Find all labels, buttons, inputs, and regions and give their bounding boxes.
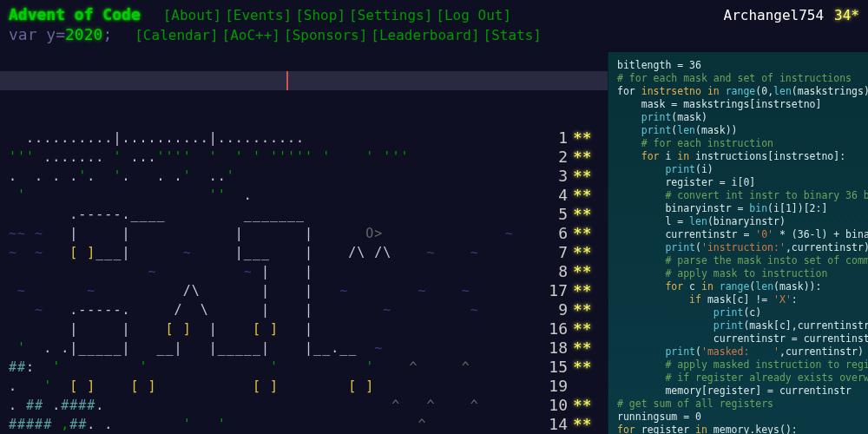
ascii-art: . ' [ ] [ ] [ ] [ ] [9,377,542,396]
code-line: mask = maskstrings[instrsetno] [617,98,863,111]
calendar-day-5[interactable]: .-----.____ _______ 5** [9,205,608,224]
day-number: 16 [542,319,568,339]
code-line: bitlength = 36 [617,59,863,72]
day-number: 9 [542,300,568,319]
ascii-art: . ## .####. ^ ^ ^ [9,396,542,415]
star-count: 34* [834,7,859,23]
cursor-marker [286,71,288,90]
ascii-art: ~ ~ /\ | | ~ ~ ~ [9,281,542,300]
calendar-day-17[interactable]: ~ ~ /\ | | ~ ~ ~ 17** [9,281,608,300]
code-line: print('instruction:',currentinstr) [617,241,863,254]
year-subtitle: var y=2020; [9,25,112,43]
ascii-art: ##: ' ' ' ' ^ ^ [9,358,542,377]
day-number: 2 [542,148,568,167]
nav-link-aoc[interactable]: [AoC++] [222,27,280,43]
day-number: 1 [542,128,568,148]
code-line: for instrsetno in range(0,len(maskstring… [617,85,863,98]
day-stars: ** [573,358,597,377]
code-line: memory[register] = currentinstr [617,385,863,398]
calendar: ..........|..........|.......... 1**''' … [0,52,608,434]
calendar-day-16[interactable]: | | [ ] | [ ] | 16** [9,319,608,339]
day-stars: ** [573,396,597,415]
main: ..........|..........|.......... 1**''' … [0,52,868,434]
nav-link-leaderboard[interactable]: [Leaderboard] [371,27,479,43]
calendar-day-15[interactable]: ##: ' ' ' ' ^ ^ 15** [9,358,608,377]
day-stars: ** [573,281,597,300]
calendar-day-4[interactable]: ' '' . 4** [9,186,608,205]
nav-link-calendar[interactable]: [Calendar] [135,27,218,43]
code-line: # apply masked instruction to register [617,358,863,372]
code-line: currentinstr = '0' * (36-l) + binaryins [617,228,863,241]
day-number: 7 [542,243,568,262]
ascii-art: | | [ ] | [ ] | [9,319,542,339]
code-panel: bitlength = 36# for each mask and set of… [608,52,868,434]
day-highlight [0,71,608,90]
code-line: for i in instructions[instrsetno]: [617,150,863,163]
day-stars: ** [573,300,597,319]
day-number: 3 [542,167,568,186]
header: Advent of Code [About] [Events] [Shop] [… [0,0,868,45]
ascii-art: ##### ,##. . ' ' ^ [9,415,542,434]
ascii-art: ' . .|_____| __| |_____| |__.__ ~ [9,339,542,358]
day-stars: ** [573,167,597,186]
ascii-art: ~ ~ [ ]___| ~ |___ | /\ /\ ~ ~ [9,243,542,262]
day-stars: ** [573,128,597,148]
nav-link-about[interactable]: [About] [163,7,221,23]
ascii-art: ~~ ~ | | | | O> ~ [9,224,542,243]
ascii-art: ''' ....... ' ...'''' ' ' ' ''''' ' ' ''… [9,148,542,167]
calendar-day-7[interactable]: ~ ~ [ ]___| ~ |___ | /\ /\ ~ ~ 7** [9,243,608,262]
day-number: 19 [542,377,568,396]
day-stars: ** [573,224,597,243]
day-stars: ** [573,205,597,224]
day-number: 6 [542,224,568,243]
code-line: print(mask) [617,111,863,124]
day-number: 18 [542,339,568,358]
calendar-day-3[interactable]: . . . .'. '. . .' ..' 3** [9,167,608,186]
calendar-day-18[interactable]: ' . .|_____| __| |_____| |__.__ ~ 18** [9,339,608,358]
day-number: 8 [542,262,568,281]
nav-link-stats[interactable]: [Stats] [483,27,542,43]
day-number: 17 [542,281,568,300]
calendar-day-9[interactable]: ~ .-----. / \ | | ~ ~ 9** [9,300,608,319]
calendar-day-8[interactable]: ~ ~ | | 8** [9,262,608,281]
code-line: runningsum = 0 [617,411,863,424]
nav-link-sponsors[interactable]: [Sponsors] [284,27,367,43]
username[interactable]: Archangel754 [724,7,825,23]
code-line: # get sum of all registers [617,398,863,411]
day-stars: ** [573,148,597,167]
day-number: 14 [542,415,568,434]
nav-link-settings[interactable]: [Settings] [349,7,432,23]
calendar-day-1[interactable]: ..........|..........|.......... 1** [9,128,608,148]
day-number: 10 [542,396,568,415]
ascii-art: ..........|..........|.......... [9,128,542,148]
calendar-day-2[interactable]: ''' ....... ' ...'''' ' ' ' ''''' ' ' ''… [9,148,608,167]
calendar-day-19[interactable]: . ' [ ] [ ] [ ] [ ] 19 [9,377,608,396]
nav-link-events[interactable]: [Events] [225,7,292,23]
day-stars: ** [573,339,597,358]
site-logo[interactable]: Advent of Code [9,5,141,23]
code-line: # parse the mask insto set of commands [617,254,863,267]
day-stars: ** [573,319,597,339]
code-line: print(i) [617,163,863,176]
code-line: # for each instruction [617,137,863,150]
code-line: # apply mask to instruction [617,267,863,280]
day-stars: ** [573,415,597,434]
ascii-art: ' '' . [9,186,542,205]
calendar-day-6[interactable]: ~~ ~ | | | | O> ~ 6** [9,224,608,243]
code-line: l = len(binaryinstr) [617,215,863,228]
calendar-day-10[interactable]: . ## .####. ^ ^ ^ 10** [9,396,608,415]
nav-primary: [About] [Events] [Shop] [Settings] [Log … [163,7,511,23]
nav-secondary: [Calendar] [AoC++] [Sponsors] [Leaderboa… [135,27,542,43]
code-line: for register in memory.keys(): [617,424,863,434]
code-line: # for each mask and set of instructions [617,72,863,85]
ascii-art: .-----.____ _______ [9,205,542,224]
code-line: currentinstr = currentinstr[:c] [617,332,863,345]
nav-link-log-out[interactable]: [Log Out] [436,7,511,23]
nav-link-shop[interactable]: [Shop] [295,7,345,23]
day-stars: ** [573,186,597,205]
code-line: print('masked: ',currentinstr) [617,345,863,358]
calendar-day-14[interactable]: ##### ,##. . ' ' ^ 14** [9,415,608,434]
day-number: 5 [542,205,568,224]
day-stars: ** [573,243,597,262]
code-line: # convert int instr to binary 36 bit ins [617,189,863,202]
